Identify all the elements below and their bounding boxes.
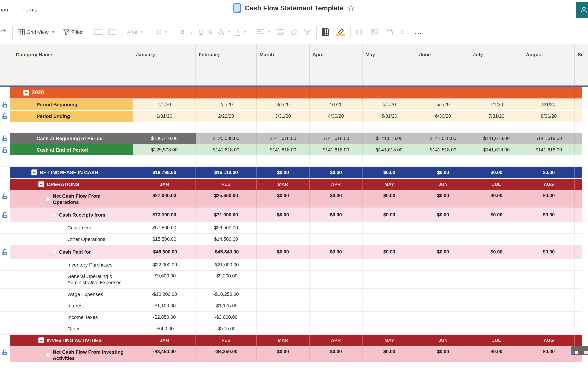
highlight-changes-button[interactable] [336, 28, 345, 36]
value-cell[interactable]: $141,618.00 [363, 133, 416, 144]
value-cell[interactable]: $141,618.00 [416, 144, 470, 156]
view-switcher[interactable]: Grid View ▼ [18, 29, 55, 35]
clipped-sep-cell[interactable] [575, 289, 582, 300]
category-cell[interactable]: Income Taxes [10, 312, 133, 323]
row-gutter[interactable] [0, 167, 10, 178]
outdent-button[interactable] [93, 29, 102, 35]
row-gutter[interactable] [0, 133, 10, 144]
value-cell[interactable] [416, 312, 470, 323]
clipped-sep-cell[interactable] [575, 190, 582, 208]
category-cell[interactable]: −Net Cash Flow From Operations [10, 190, 133, 208]
value-cell[interactable] [196, 122, 257, 133]
value-cell[interactable] [416, 271, 470, 289]
value-cell[interactable]: 4/1/20 [310, 99, 363, 111]
row-gutter[interactable] [0, 289, 10, 300]
value-cell[interactable] [257, 323, 310, 335]
value-cell[interactable]: -$21,000.00 [196, 259, 257, 271]
row-gutter[interactable] [0, 208, 10, 222]
value-cell[interactable]: $0.00 [257, 167, 310, 178]
row-gutter[interactable] [0, 190, 10, 208]
clipped-sep-cell[interactable] [575, 323, 582, 335]
value-cell[interactable]: MAR [257, 178, 310, 190]
value-cell[interactable]: 3/1/20 [257, 99, 310, 111]
value-cell[interactable] [257, 259, 310, 271]
value-cell[interactable] [363, 234, 416, 245]
value-cell[interactable] [310, 271, 363, 289]
font-size-dropdown[interactable]: 10 ▼ [156, 29, 168, 35]
value-cell[interactable]: -$3,450.00 [133, 346, 196, 362]
value-cell[interactable]: -$1,175.00 [196, 300, 257, 312]
column-header-july[interactable]: July [470, 44, 523, 85]
value-cell[interactable]: $0.00 [363, 208, 416, 222]
value-cell[interactable]: 2/1/20 [196, 99, 257, 111]
value-cell[interactable]: 1/31/20 [133, 111, 196, 122]
value-cell[interactable]: MAY [363, 178, 416, 190]
value-cell[interactable] [523, 271, 575, 289]
value-cell[interactable]: $0.00 [523, 167, 575, 178]
value-cell[interactable]: $0.00 [310, 346, 363, 362]
row-gutter[interactable] [0, 222, 10, 234]
value-cell[interactable] [310, 122, 363, 133]
value-cell[interactable]: -$45,340.00 [196, 245, 257, 259]
value-cell[interactable]: $0.00 [470, 245, 523, 259]
category-cell[interactable]: Inventory Purchases [10, 259, 133, 271]
value-cell[interactable] [363, 259, 416, 271]
category-cell[interactable]: −OPERATIONS [10, 178, 133, 190]
clipped-sep-cell[interactable] [575, 133, 582, 144]
category-cell[interactable] [10, 156, 133, 167]
clipped-sep-cell[interactable] [575, 259, 582, 271]
value-cell[interactable] [363, 300, 416, 312]
value-cell[interactable] [416, 234, 470, 245]
value-cell[interactable]: APR [310, 335, 363, 346]
clipped-sep-cell[interactable] [575, 271, 582, 289]
value-cell[interactable]: $0.00 [257, 208, 310, 222]
attachment-card-icon[interactable] [386, 28, 393, 36]
row-gutter[interactable] [0, 122, 10, 133]
value-cell[interactable] [470, 259, 523, 271]
value-cell[interactable] [310, 234, 363, 245]
value-cell[interactable]: $0.00 [257, 245, 310, 259]
value-cell[interactable]: $0.00 [416, 190, 470, 208]
value-cell[interactable]: 5/31/20 [363, 111, 416, 122]
value-cell[interactable]: 8/31/20 [523, 111, 575, 122]
value-cell[interactable]: $141,618.00 [196, 144, 257, 156]
value-cell[interactable] [133, 156, 196, 167]
value-cell[interactable] [523, 300, 575, 312]
collapse-toggle-icon[interactable]: − [38, 181, 44, 187]
value-cell[interactable] [523, 234, 575, 245]
category-cell[interactable]: Cash at Beginning of Period [10, 133, 133, 144]
row-gutter[interactable] [0, 259, 10, 271]
value-cell[interactable]: $0.00 [523, 245, 575, 259]
value-cell[interactable]: -$715.00 [196, 323, 257, 335]
value-cell[interactable] [363, 271, 416, 289]
category-cell[interactable]: General Operating & Administrative Expen… [10, 271, 133, 289]
value-cell[interactable] [470, 271, 523, 289]
value-cell[interactable]: -$4,350.00 [196, 346, 257, 362]
value-cell[interactable] [523, 222, 575, 234]
tab-cut-left[interactable]: ion [1, 7, 8, 13]
value-cell[interactable]: 5/1/20 [363, 99, 416, 111]
value-cell[interactable] [133, 87, 196, 99]
value-cell[interactable] [416, 289, 470, 300]
value-cell[interactable]: $0.00 [523, 190, 575, 208]
value-cell[interactable]: $0.00 [416, 346, 470, 362]
value-cell[interactable]: $141,618.00 [523, 144, 575, 156]
tab-forms[interactable]: Forms [22, 7, 37, 13]
collapse-toggle-icon[interactable]: − [45, 196, 50, 202]
value-cell[interactable] [363, 323, 416, 335]
strikethrough-button[interactable]: S [205, 29, 215, 35]
value-cell[interactable] [416, 87, 470, 99]
clipped-sep-cell[interactable] [575, 312, 582, 323]
favorite-star-icon[interactable] [347, 4, 355, 12]
font-family-dropdown[interactable]: Arial ▼ [127, 29, 143, 35]
fill-color-button[interactable]: ▼ [217, 29, 231, 36]
value-cell[interactable] [257, 271, 310, 289]
value-cell[interactable] [310, 300, 363, 312]
value-cell[interactable] [257, 234, 310, 245]
value-cell[interactable]: $125,508.00 [196, 133, 257, 144]
value-cell[interactable]: $141,618.00 [523, 133, 575, 144]
value-cell[interactable]: $0.00 [257, 346, 310, 362]
value-cell[interactable] [257, 156, 310, 167]
value-cell[interactable]: $106,710.00 [133, 133, 196, 144]
value-cell[interactable]: $16,110.00 [196, 167, 257, 178]
